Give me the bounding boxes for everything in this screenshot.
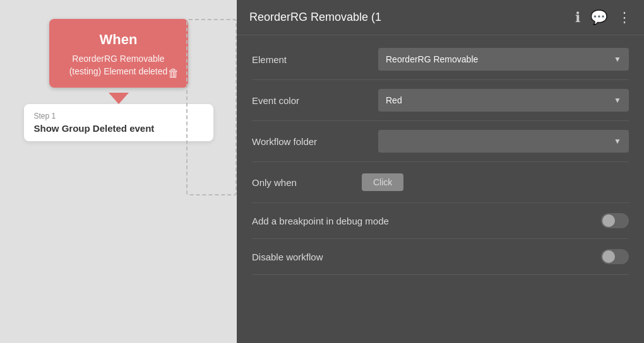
step-label: Step 1 [34,112,203,120]
step-title: Show Group Deleted event [34,123,203,134]
element-value: ReorderRG Removable [386,54,478,64]
panel-title: ReorderRG Removable (1 [249,11,381,24]
header-icons: ℹ 💬 ⋮ [575,9,631,26]
when-title: When [59,32,178,48]
workflow-folder-row: Workflow folder ▼ [252,121,629,162]
event-color-value: Red [386,95,402,105]
right-panel: ReorderRG Removable (1 ℹ 💬 ⋮ Element Reo… [237,0,644,343]
right-panel-header: ReorderRG Removable (1 ℹ 💬 ⋮ [237,0,644,35]
workflow-folder-dropdown[interactable]: ▼ [378,130,629,153]
event-color-label: Event color [252,95,378,106]
breakpoint-label: Add a breakpoint in debug mode [252,216,389,226]
disable-workflow-row: Disable workflow [252,239,629,275]
event-color-dropdown-arrow: ▼ [614,96,621,105]
only-when-click-button[interactable]: Click [362,173,403,191]
element-row: Element ReorderRG Removable ▼ [252,48,629,80]
workflow-folder-label: Workflow folder [252,136,378,147]
disable-workflow-label: Disable workflow [252,252,323,262]
event-color-dropdown[interactable]: Red ▼ [378,89,629,112]
event-color-row: Event color Red ▼ [252,80,629,121]
trash-icon[interactable]: 🗑 [168,67,179,80]
left-panel: When ReorderRG Removable (testing) Eleme… [0,0,237,343]
step-card[interactable]: Step 1 Show Group Deleted event [24,104,213,141]
element-dropdown-arrow: ▼ [614,55,621,64]
element-dropdown[interactable]: ReorderRG Removable ▼ [378,48,629,71]
element-label: Element [252,54,378,65]
more-icon[interactable]: ⋮ [617,9,631,26]
form-area: Element ReorderRG Removable ▼ Event colo… [237,35,644,288]
only-when-row: Only when Click [252,162,629,203]
connector-arrow [109,93,129,104]
breakpoint-row: Add a breakpoint in debug mode [252,203,629,239]
only-when-label: Only when [252,177,353,188]
dashed-placeholder [186,19,237,195]
when-description: ReorderRG Removable (testing) Element de… [59,53,178,78]
when-card[interactable]: When ReorderRG Removable (testing) Eleme… [49,19,188,88]
info-icon[interactable]: ℹ [575,9,580,26]
workflow-folder-dropdown-arrow: ▼ [614,137,621,146]
breakpoint-toggle[interactable] [601,213,629,228]
comment-icon[interactable]: 💬 [590,9,607,26]
disable-workflow-toggle[interactable] [601,249,629,264]
